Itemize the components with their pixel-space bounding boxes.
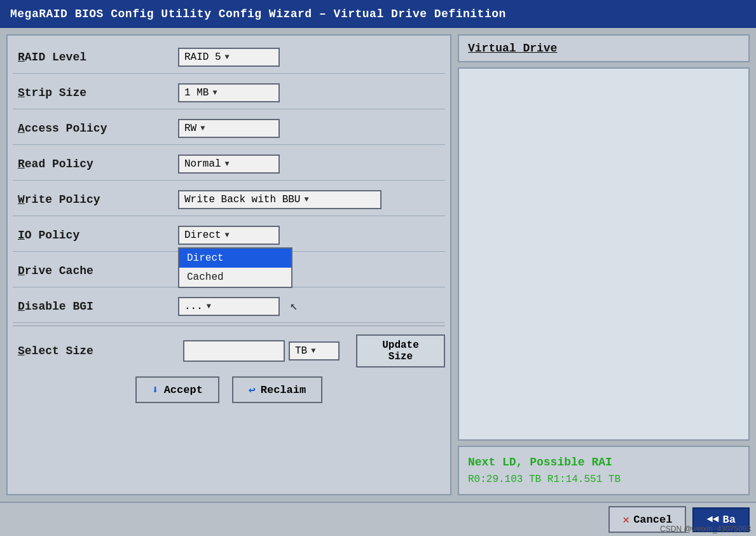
- chevron-down-icon: ▼: [311, 347, 315, 355]
- select-size-control: TB ▼ Update Size: [183, 334, 445, 368]
- divider: [13, 326, 445, 331]
- reclaim-icon: ↩: [249, 383, 256, 397]
- drive-cache-label: Drive Cache: [13, 262, 178, 280]
- io-policy-option-cached[interactable]: Cached: [179, 268, 291, 287]
- read-policy-control: Normal ▼: [178, 155, 280, 174]
- next-ld-info: R0:29.103 TB R1:14.551 TB: [468, 474, 739, 485]
- unit-dropdown[interactable]: TB ▼: [289, 341, 340, 361]
- chevron-down-icon: ▼: [304, 195, 308, 204]
- cancel-x-icon: ✕: [622, 512, 629, 526]
- chevron-down-icon: ▼: [200, 124, 205, 133]
- strip-size-label: Strip Size: [13, 84, 178, 102]
- watermark: CSDN @weixin_43075093: [660, 525, 751, 533]
- title-bar: MegaRAID BIOS Config Utility Config Wiza…: [0, 0, 756, 28]
- accept-button[interactable]: ⬇ Accept: [135, 376, 219, 403]
- form-panel: RAID Level RAID 5 ▼ Strip Size: [6, 34, 451, 495]
- access-policy-control: RW ▼: [178, 119, 280, 138]
- write-policy-row: Write Policy Write Back with BBU ▼: [13, 183, 445, 216]
- disable-bgi-dropdown[interactable]: ... ▼: [178, 297, 280, 316]
- io-policy-menu[interactable]: Direct Cached: [178, 247, 292, 288]
- virtual-drive-content: [458, 67, 750, 441]
- virtual-drive-header: Virtual Drive: [458, 34, 750, 62]
- size-input[interactable]: [183, 340, 285, 362]
- raid-level-control: RAID 5 ▼: [178, 48, 280, 67]
- disable-bgi-row: Disable BGI ... ▼: [13, 290, 445, 323]
- access-policy-label: Access Policy: [13, 120, 178, 137]
- chevron-down-icon: ▼: [225, 53, 230, 62]
- strip-size-control: 1 MB ▼: [178, 83, 280, 102]
- bottom-row: ✕ Cancel ◄◄ Ba: [0, 502, 756, 536]
- next-ld-box: Next LD, Possible RAI R0:29.103 TB R1:14…: [458, 446, 750, 495]
- accept-icon: ⬇: [152, 383, 159, 397]
- read-policy-label: Read Policy: [13, 155, 178, 173]
- update-size-button[interactable]: Update Size: [356, 334, 445, 368]
- title-text: MegaRAID BIOS Config Utility Config Wiza…: [10, 8, 506, 20]
- access-policy-row: Access Policy RW ▼: [13, 112, 445, 145]
- io-policy-dropdown[interactable]: Direct ▼: [178, 226, 280, 245]
- select-size-label: Select Size: [13, 342, 178, 360]
- io-policy-row: IO Policy Direct ▼ Direct Cached: [13, 219, 445, 252]
- form-action-buttons: ⬇ Accept ↩ Reclaim: [13, 376, 445, 406]
- chevron-down-icon: ▼: [225, 160, 230, 168]
- raid-level-label: RAID Level: [13, 48, 178, 66]
- right-panel: Virtual Drive Next LD, Possible RAI R0:2…: [458, 34, 750, 495]
- access-policy-dropdown[interactable]: RW ▼: [178, 119, 280, 138]
- chevron-down-icon: ▼: [207, 302, 211, 311]
- select-size-row: Select Size TB ▼ Update Size: [13, 334, 445, 368]
- write-policy-control: Write Back with BBU ▼: [178, 190, 381, 209]
- read-policy-row: Read Policy Normal ▼: [13, 148, 445, 181]
- disable-bgi-label: Disable BGI: [13, 298, 178, 315]
- io-policy-control: Direct ▼ Direct Cached: [178, 226, 280, 245]
- write-policy-label: Write Policy: [13, 191, 178, 209]
- chevron-down-icon: ▼: [212, 88, 217, 97]
- disable-bgi-control: ... ▼: [178, 297, 280, 316]
- read-policy-dropdown[interactable]: Normal ▼: [178, 155, 280, 174]
- reclaim-button[interactable]: ↩ Reclaim: [232, 376, 322, 403]
- raid-level-dropdown[interactable]: RAID 5 ▼: [178, 48, 280, 67]
- raid-level-row: RAID Level RAID 5 ▼: [13, 41, 445, 74]
- write-policy-dropdown[interactable]: Write Back with BBU ▼: [178, 190, 381, 209]
- next-ld-title: Next LD, Possible RAI: [468, 456, 739, 469]
- back-arrow-icon: ◄◄: [706, 514, 718, 525]
- io-policy-label: IO Policy: [13, 226, 178, 244]
- strip-size-dropdown[interactable]: 1 MB ▼: [178, 83, 280, 102]
- io-policy-option-direct[interactable]: Direct: [179, 249, 291, 268]
- strip-size-row: Strip Size 1 MB ▼: [13, 76, 445, 109]
- chevron-down-icon: ▼: [225, 231, 230, 240]
